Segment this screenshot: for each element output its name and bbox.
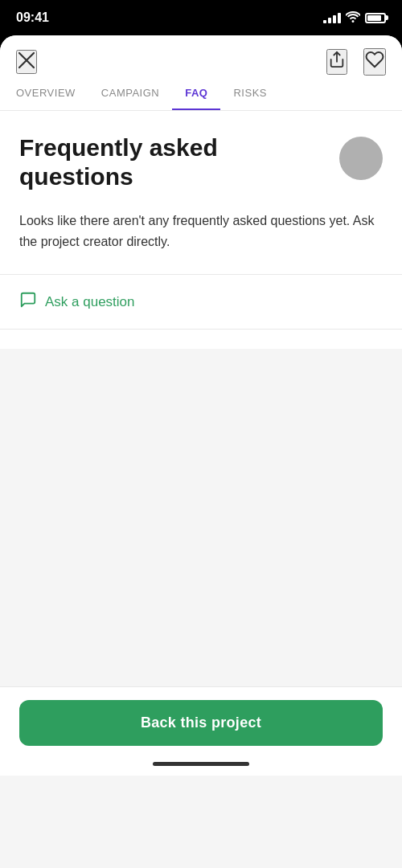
tab-campaign[interactable]: CAMPAIGN <box>88 87 172 110</box>
home-bar <box>153 762 249 766</box>
status-time: 09:41 <box>16 10 49 25</box>
tab-faq[interactable]: FAQ <box>172 87 220 110</box>
signal-icon <box>323 13 341 23</box>
faq-description: Looks like there aren't any frequently a… <box>19 211 383 252</box>
bottom-cta: Back this project <box>0 686 402 755</box>
avatar <box>339 137 383 180</box>
wifi-icon <box>346 11 360 25</box>
divider-bottom <box>0 329 402 330</box>
tab-bar: OVERVIEW CAMPAIGN FAQ RISKS <box>16 87 386 110</box>
nav-actions <box>16 48 386 76</box>
battery-icon <box>365 13 386 23</box>
chat-icon <box>19 291 37 313</box>
faq-header: Frequently asked questions <box>19 133 383 191</box>
nav-right-icons <box>326 48 386 76</box>
faq-content: Frequently asked questions Looks like th… <box>0 111 402 349</box>
ask-question-label: Ask a question <box>45 294 135 310</box>
ask-question-button[interactable]: Ask a question <box>19 275 383 329</box>
home-indicator <box>0 755 402 776</box>
app-container: OVERVIEW CAMPAIGN FAQ RISKS Frequently a… <box>0 35 402 868</box>
status-bar: 09:41 <box>0 0 402 35</box>
empty-space <box>0 349 402 686</box>
tab-risks[interactable]: RISKS <box>220 87 280 110</box>
faq-title: Frequently asked questions <box>19 133 330 191</box>
status-icons <box>323 11 386 25</box>
top-nav: OVERVIEW CAMPAIGN FAQ RISKS <box>0 35 402 111</box>
share-button[interactable] <box>326 49 347 75</box>
back-project-button[interactable]: Back this project <box>19 700 383 746</box>
tab-overview[interactable]: OVERVIEW <box>16 87 88 110</box>
heart-button[interactable] <box>363 48 386 76</box>
close-button[interactable] <box>16 50 37 74</box>
